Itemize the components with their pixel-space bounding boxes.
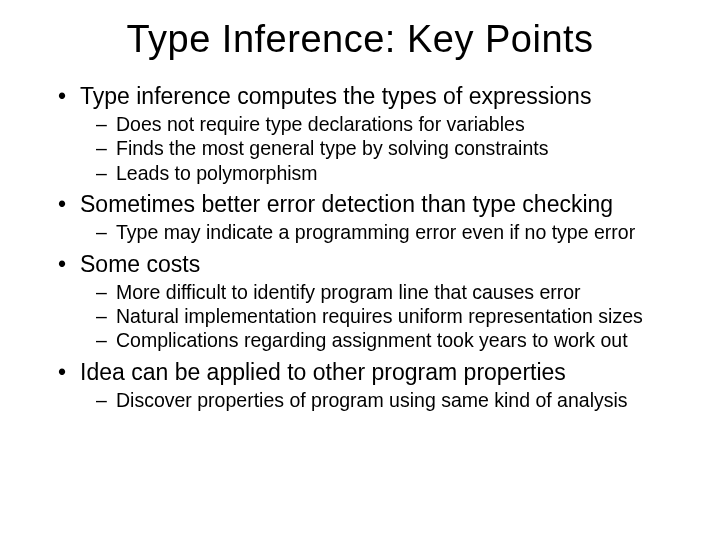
- sub-bullet-text: Does not require type declarations for v…: [116, 112, 680, 136]
- sub-list: – Does not require type declarations for…: [58, 112, 680, 185]
- dash-marker: –: [96, 388, 116, 412]
- list-item: • Some costs: [58, 251, 680, 278]
- list-item: – Natural implementation requires unifor…: [96, 304, 680, 328]
- sub-bullet-text: More difficult to identify program line …: [116, 280, 680, 304]
- dash-marker: –: [96, 220, 116, 244]
- bullet-text: Sometimes better error detection than ty…: [80, 191, 680, 218]
- bullet-marker: •: [58, 359, 80, 386]
- bullet-marker: •: [58, 83, 80, 110]
- sub-bullet-text: Complications regarding assignment took …: [116, 328, 680, 352]
- bullet-marker: •: [58, 191, 80, 218]
- sub-list: – Type may indicate a programming error …: [58, 220, 680, 244]
- list-item: – Does not require type declarations for…: [96, 112, 680, 136]
- dash-marker: –: [96, 304, 116, 328]
- list-item: – Finds the most general type by solving…: [96, 136, 680, 160]
- list-item: • Type inference computes the types of e…: [58, 83, 680, 110]
- list-item: – Complications regarding assignment too…: [96, 328, 680, 352]
- list-item: • Sometimes better error detection than …: [58, 191, 680, 218]
- sub-bullet-text: Leads to polymorphism: [116, 161, 680, 185]
- bullet-text: Idea can be applied to other program pro…: [80, 359, 680, 386]
- list-item: – More difficult to identify program lin…: [96, 280, 680, 304]
- bullet-text: Some costs: [80, 251, 680, 278]
- sub-bullet-text: Finds the most general type by solving c…: [116, 136, 680, 160]
- sub-bullet-text: Natural implementation requires uniform …: [116, 304, 680, 328]
- list-item: – Discover properties of program using s…: [96, 388, 680, 412]
- dash-marker: –: [96, 161, 116, 185]
- bullet-text: Type inference computes the types of exp…: [80, 83, 680, 110]
- dash-marker: –: [96, 328, 116, 352]
- sub-list: – More difficult to identify program lin…: [58, 280, 680, 353]
- dash-marker: –: [96, 136, 116, 160]
- sub-bullet-text: Discover properties of program using sam…: [116, 388, 680, 412]
- list-item: – Type may indicate a programming error …: [96, 220, 680, 244]
- content-area: • Type inference computes the types of e…: [40, 83, 680, 412]
- sub-list: – Discover properties of program using s…: [58, 388, 680, 412]
- bullet-marker: •: [58, 251, 80, 278]
- dash-marker: –: [96, 280, 116, 304]
- slide-title: Type Inference: Key Points: [40, 18, 680, 61]
- list-item: – Leads to polymorphism: [96, 161, 680, 185]
- dash-marker: –: [96, 112, 116, 136]
- sub-bullet-text: Type may indicate a programming error ev…: [116, 220, 680, 244]
- slide: Type Inference: Key Points • Type infere…: [0, 0, 720, 540]
- list-item: • Idea can be applied to other program p…: [58, 359, 680, 386]
